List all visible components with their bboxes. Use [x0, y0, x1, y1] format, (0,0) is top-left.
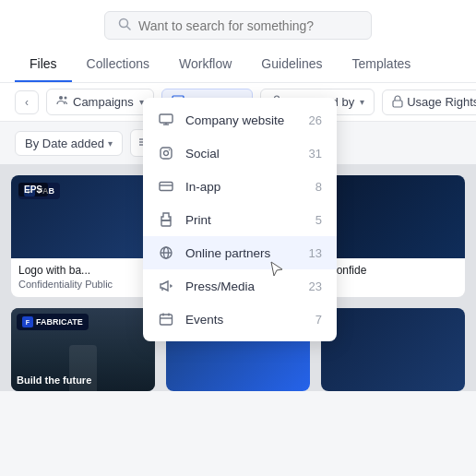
view-toggle-button[interactable]: ‹	[15, 90, 39, 114]
search-input[interactable]	[138, 18, 358, 33]
sort-select[interactable]: By Date added ▾	[15, 131, 123, 156]
svg-rect-8	[393, 101, 402, 107]
campaigns-filter[interactable]: Campaigns ▾	[46, 89, 154, 115]
online-partners-label: Online partners	[185, 246, 270, 260]
usage-rights-filter[interactable]: Usage Rights ▾	[382, 89, 476, 115]
calendar-icon	[158, 311, 174, 327]
social-label: Social	[185, 147, 220, 161]
card-3[interactable]: Confide	[321, 175, 465, 297]
card-3-title: Confide	[328, 264, 458, 277]
social-icon	[158, 145, 174, 161]
search-icon	[118, 18, 131, 33]
dropdown-item-press-media[interactable]: Press/Media 23	[143, 269, 337, 303]
lock-icon	[392, 95, 403, 110]
svg-rect-12	[160, 114, 173, 123]
tab-collections[interactable]: Collections	[72, 47, 164, 82]
nav-tabs: Files Collections Workflow Guidelines Te…	[15, 47, 461, 82]
svg-point-21	[169, 218, 171, 220]
dropdown-item-online-partners[interactable]: Online partners 13	[143, 236, 337, 269]
megaphone-icon	[158, 278, 174, 294]
tab-workflow[interactable]: Workflow	[164, 47, 246, 82]
online-partners-count: 13	[309, 246, 322, 260]
dropdown-item-company-website[interactable]: Company website 26	[143, 103, 337, 137]
dropdown-item-in-app[interactable]: In-app 8	[143, 170, 337, 203]
press-media-count: 23	[309, 280, 322, 293]
people-icon	[56, 94, 69, 110]
svg-rect-15	[161, 148, 172, 159]
card-4-build-text: Build the future	[17, 375, 91, 386]
chevron-left-icon: ‹	[25, 96, 29, 109]
social-count: 31	[309, 147, 322, 161]
eps-badge-1: EPS	[18, 183, 48, 196]
svg-rect-18	[160, 183, 173, 191]
print-count: 5	[315, 213, 322, 227]
header: Files Collections Workflow Guidelines Te…	[0, 0, 476, 83]
tab-templates[interactable]: Templates	[338, 47, 426, 82]
sort-arrow-icon: ▾	[108, 138, 113, 149]
search-bar	[15, 0, 461, 47]
svg-point-16	[164, 151, 169, 156]
card-1[interactable]: F FAB EPS Logo with ba... Confidentialit…	[11, 175, 155, 297]
globe-icon	[158, 244, 174, 261]
events-label: Events	[185, 313, 223, 327]
print-label: Print	[185, 213, 211, 227]
search-input-wrapper[interactable]	[104, 11, 372, 40]
svg-point-2	[59, 96, 63, 100]
dropdown-item-social[interactable]: Social 31	[143, 137, 337, 170]
printer-icon	[158, 211, 174, 228]
produced-by-arrow-icon: ▾	[360, 97, 364, 107]
channel-dropdown: Company website 26 Social 31 In-app 8	[143, 98, 337, 341]
events-count: 7	[315, 313, 322, 327]
svg-rect-25	[161, 315, 173, 325]
monitor-icon	[158, 112, 174, 128]
tab-guidelines[interactable]: Guidelines	[246, 47, 337, 82]
tab-files[interactable]: Files	[15, 47, 72, 82]
card-6[interactable]	[321, 308, 465, 391]
svg-rect-20	[161, 220, 171, 226]
svg-point-17	[169, 149, 171, 151]
svg-line-1	[127, 27, 131, 30]
in-app-label: In-app	[185, 180, 220, 194]
company-website-label: Company website	[185, 113, 284, 127]
svg-point-3	[65, 97, 67, 100]
usage-rights-label: Usage Rights	[407, 95, 476, 109]
credit-card-icon	[158, 178, 174, 195]
card-4[interactable]: F FABRICATE Build the future	[11, 308, 155, 391]
company-website-count: 26	[309, 113, 322, 127]
card-1-title: Logo with ba...	[18, 264, 148, 277]
dropdown-item-events[interactable]: Events 7	[143, 303, 337, 336]
dropdown-item-print[interactable]: Print 5	[143, 203, 337, 236]
press-media-label: Press/Media	[185, 280, 255, 293]
card-1-meta: Confidentiality Public	[18, 279, 148, 290]
in-app-count: 8	[315, 180, 322, 194]
sort-by-date-label: By Date added	[25, 137, 104, 150]
campaigns-label: Campaigns	[73, 95, 134, 109]
